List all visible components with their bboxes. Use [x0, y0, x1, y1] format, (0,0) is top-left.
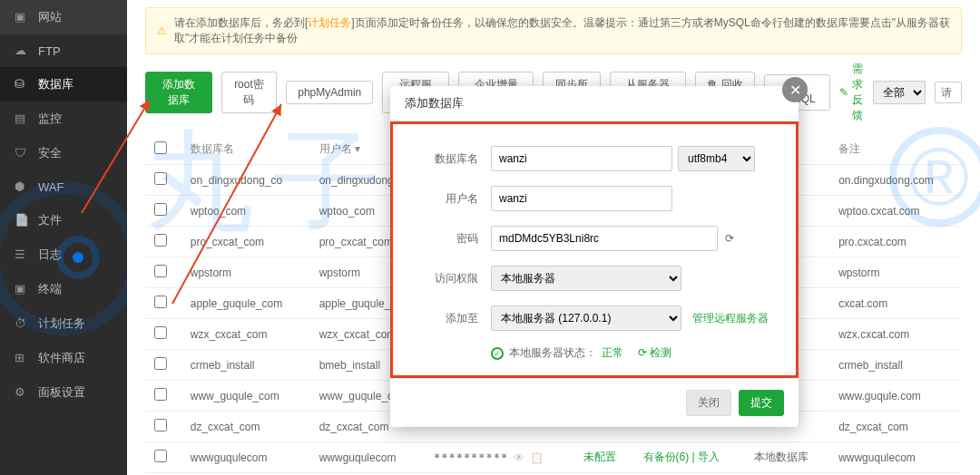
- cell-password: **********👁📋: [425, 442, 574, 473]
- modal-title: 添加数据库: [390, 86, 799, 121]
- cell-note: cxcat.com: [829, 288, 962, 319]
- cell-name[interactable]: pro_cxcat_com: [181, 227, 310, 257]
- label-dbname: 数据库名: [418, 151, 491, 167]
- cell-name[interactable]: wwwguqulecom: [181, 442, 310, 473]
- sidebar-item-cron[interactable]: ⏱计划任务: [0, 306, 127, 341]
- search-input[interactable]: [935, 82, 962, 103]
- sidebar-item-logs[interactable]: ☰日志: [0, 238, 127, 272]
- cell-backup[interactable]: 有备份(6) | 导入: [634, 442, 745, 473]
- select-all-checkbox[interactable]: [154, 141, 167, 154]
- add-database-button[interactable]: 添加数据库: [145, 72, 212, 113]
- row-checkbox[interactable]: [154, 265, 167, 277]
- cell-name[interactable]: wzx_cxcat_com: [181, 319, 310, 350]
- row-checkbox[interactable]: [154, 388, 167, 401]
- phpmyadmin-button[interactable]: phpMyAdmin: [286, 81, 373, 104]
- cell-name[interactable]: crmeb_install: [181, 350, 310, 381]
- cell-note: wptoo.cxcat.com: [829, 196, 962, 227]
- cell-note: on.dingxudong.com: [829, 165, 962, 196]
- waf-icon: ⬢: [15, 179, 29, 194]
- clock-icon: ⏱: [15, 316, 29, 331]
- cell-note: crmeb_install: [829, 350, 962, 381]
- root-password-button[interactable]: root密码: [221, 72, 278, 113]
- sidebar-item-files[interactable]: 📄文件: [0, 203, 127, 238]
- password-input[interactable]: [491, 226, 718, 251]
- manage-remote-link[interactable]: 管理远程服务器: [692, 311, 769, 326]
- filter-select[interactable]: 全部: [873, 81, 926, 104]
- sidebar-item-terminal[interactable]: ▣终端: [0, 272, 127, 306]
- username-input[interactable]: [491, 186, 672, 211]
- label-access: 访问权限: [418, 271, 491, 286]
- row-checkbox[interactable]: [154, 419, 167, 431]
- cell-note: wzx.cxcat.com: [829, 319, 962, 350]
- cell-note: pro.cxcat.com: [829, 227, 962, 257]
- database-icon: ⛁: [15, 77, 29, 92]
- modal-close-button[interactable]: ✕: [782, 77, 808, 102]
- col-note: 备注: [829, 134, 962, 165]
- folder-icon: 📄: [15, 213, 29, 228]
- cell-name[interactable]: apple_guqule_com: [181, 288, 310, 319]
- status-check-icon: ✓: [491, 347, 504, 360]
- cell-note: www.guqule.com: [829, 381, 962, 412]
- row-checkbox[interactable]: [154, 203, 167, 216]
- sidebar-item-waf[interactable]: ⬢WAF: [0, 170, 127, 203]
- log-icon: ☰: [15, 247, 29, 262]
- row-checkbox[interactable]: [154, 172, 167, 185]
- server-status: ✓ 本地服务器状态： 正常 ⟳ 检测: [418, 345, 770, 361]
- col-name[interactable]: 数据库名: [181, 134, 310, 165]
- alert-cron-link[interactable]: 计划任务: [308, 16, 351, 29]
- cell-name[interactable]: www_guqule_com: [181, 381, 310, 412]
- submit-button[interactable]: 提交: [739, 390, 784, 416]
- cell-name[interactable]: on_dingxudong_co: [181, 165, 310, 196]
- ftp-icon: ☁: [15, 44, 29, 58]
- sidebar-item-website[interactable]: ▣网站: [0, 0, 127, 34]
- table-row: wwwguqulecom wwwguqulecom **********👁📋 未…: [145, 442, 962, 473]
- feedback-link[interactable]: ✎需求反馈: [839, 62, 864, 123]
- cell-user: wwwguqulecom: [310, 442, 425, 473]
- terminal-icon: ▣: [15, 282, 29, 296]
- sidebar-item-monitor[interactable]: ▤监控: [0, 102, 127, 136]
- label-addto: 添加至: [418, 311, 491, 326]
- cell-note: dz_cxcat_com: [829, 412, 962, 442]
- sidebar-item-security[interactable]: 🛡安全: [0, 136, 127, 170]
- dbname-input[interactable]: [491, 146, 672, 171]
- refresh-password-icon[interactable]: ⟳: [725, 232, 734, 245]
- label-password: 密码: [418, 231, 491, 247]
- cell-location: 本地数据库: [745, 442, 830, 473]
- sidebar-item-settings[interactable]: ⚙面板设置: [0, 375, 127, 410]
- store-icon: ⊞: [15, 351, 29, 365]
- edit-icon: ✎: [839, 86, 848, 99]
- alert-banner: ⚠ 请在添加数据库后，务必到[计划任务]页面添加定时备份任务，以确保您的数据安全…: [145, 7, 962, 54]
- cancel-button[interactable]: 关闭: [686, 390, 731, 416]
- recheck-link[interactable]: ⟳ 检测: [638, 345, 671, 361]
- row-checkbox[interactable]: [154, 296, 167, 308]
- charset-select[interactable]: utf8mb4: [678, 146, 755, 171]
- access-select[interactable]: 本地服务器: [491, 266, 681, 291]
- row-checkbox[interactable]: [154, 326, 167, 339]
- sidebar-item-ftp[interactable]: ☁FTP: [0, 34, 127, 67]
- warning-icon: ⚠: [157, 24, 167, 37]
- cell-name[interactable]: dz_cxcat_com: [181, 412, 310, 442]
- gear-icon: ⚙: [15, 385, 29, 400]
- globe-icon: ▣: [15, 10, 29, 24]
- cell-quota[interactable]: 未配置: [574, 442, 633, 473]
- copy-icon[interactable]: 📋: [530, 451, 544, 464]
- row-checkbox[interactable]: [154, 357, 167, 370]
- sidebar-item-database[interactable]: ⛁数据库: [0, 67, 127, 102]
- add-database-modal: ✕ 添加数据库 数据库名 utf8mb4 用户名 密码 ⟳ 访问权限 本地服务器…: [390, 86, 799, 427]
- eye-icon[interactable]: 👁: [514, 451, 524, 464]
- cell-note: wwwguqulecom: [829, 442, 962, 473]
- row-checkbox[interactable]: [154, 450, 167, 462]
- sidebar: ▣网站 ☁FTP ⛁数据库 ▤监控 🛡安全 ⬢WAF 📄文件 ☰日志 ▣终端 ⏱…: [0, 0, 127, 475]
- cell-name[interactable]: wpstorm: [181, 257, 310, 288]
- sidebar-item-store[interactable]: ⊞软件商店: [0, 341, 127, 375]
- chart-icon: ▤: [15, 111, 29, 126]
- cell-name[interactable]: wptoo_com: [181, 196, 310, 227]
- row-checkbox[interactable]: [154, 234, 167, 247]
- label-username: 用户名: [418, 191, 491, 207]
- cell-note: wpstorm: [829, 257, 962, 288]
- shield-icon: 🛡: [15, 146, 29, 160]
- addto-select[interactable]: 本地服务器 (127.0.0.1): [491, 305, 681, 331]
